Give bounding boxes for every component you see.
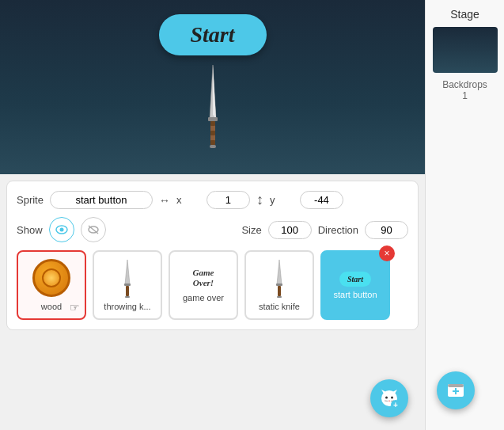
throwing-knife-icon — [120, 259, 135, 299]
y-arrow-icon: ↕ — [256, 192, 263, 208]
svg-rect-6 — [210, 140, 215, 145]
eye-icon — [55, 225, 68, 234]
svg-rect-17 — [276, 283, 282, 286]
svg-marker-12 — [125, 260, 130, 284]
static-knife-icon — [272, 259, 286, 299]
show-hidden-button[interactable] — [81, 217, 106, 242]
sprite-item-gameover[interactable]: GameOver! game over — [169, 250, 238, 320]
start-button-sprite: Start — [158, 14, 266, 55]
knife-svg — [203, 63, 222, 150]
svg-line-26 — [385, 401, 388, 401]
start-button-text: Start — [190, 22, 234, 47]
sprite-item-throwing-label: throwing k... — [104, 302, 150, 311]
x-label: x — [176, 194, 200, 206]
svg-rect-15 — [125, 296, 130, 298]
cat-plus-icon: + — [378, 387, 400, 409]
svg-rect-31 — [448, 384, 464, 387]
left-panel: Start — [0, 0, 425, 430]
show-row: Show Size — [17, 217, 408, 242]
svg-point-24 — [391, 397, 393, 399]
add-sprite-button[interactable]: + — [370, 379, 408, 417]
sprite-item-gameover-label: game over — [183, 293, 224, 303]
y-label: y — [270, 194, 294, 206]
svg-marker-16 — [277, 260, 282, 284]
backdrops-label: Backdrops — [442, 79, 487, 90]
svg-point-9 — [59, 228, 63, 232]
start-btn-preview: Start — [339, 272, 371, 287]
size-label: Size — [241, 224, 261, 236]
sprite-item-wood-label: wood — [41, 302, 62, 311]
sprite-item-startbutton-label: start button — [333, 290, 377, 299]
sprite-row: Sprite ↔ x ↕ y — [17, 191, 408, 209]
sprite-item-startbutton[interactable]: × Start start button — [320, 250, 390, 320]
svg-rect-19 — [277, 296, 282, 298]
properties-panel: Sprite ↔ x ↕ y Show — [6, 181, 419, 330]
right-panel: Stage Backdrops 1 — [425, 0, 504, 430]
svg-rect-4 — [210, 121, 215, 126]
sprite-item-staticknife[interactable]: static knife — [244, 250, 314, 320]
stage-label: Stage — [450, 8, 479, 21]
eye-slash-icon — [87, 224, 100, 235]
x-arrows: ↔ — [159, 194, 170, 207]
delete-startbutton-button[interactable]: × — [379, 245, 395, 261]
svg-point-23 — [385, 397, 388, 399]
svg-rect-18 — [278, 286, 281, 296]
size-input[interactable] — [268, 221, 312, 239]
stage-preview[interactable] — [433, 27, 498, 73]
svg-rect-14 — [126, 286, 129, 296]
main-container: Start — [0, 0, 504, 430]
svg-rect-5 — [210, 131, 215, 135]
sprite-list: wood ☞ throwing k... GameOver — [17, 250, 408, 320]
sprite-name-input[interactable] — [50, 191, 153, 209]
x-input[interactable] — [207, 191, 250, 209]
sprite-item-throwing[interactable]: throwing k... — [93, 250, 162, 320]
backdrop-plus-icon — [445, 379, 467, 401]
backdrops-count: 1 — [462, 90, 468, 101]
svg-rect-7 — [210, 145, 216, 148]
stage-canvas: Start — [0, 0, 425, 174]
sprite-item-staticknife-label: static knife — [259, 302, 300, 311]
cursor-icon: ☞ — [70, 301, 80, 314]
direction-label: Direction — [318, 224, 358, 236]
y-input[interactable] — [300, 191, 343, 209]
sprite-item-wood[interactable]: wood ☞ — [17, 250, 86, 320]
show-label: Show — [17, 224, 43, 236]
svg-text:+: + — [393, 401, 398, 409]
add-backdrop-button[interactable] — [437, 371, 475, 409]
wood-icon — [32, 259, 70, 297]
show-visible-button[interactable] — [49, 217, 74, 242]
svg-rect-2 — [208, 117, 218, 121]
knife-sprite — [203, 63, 222, 154]
game-over-icon: GameOver! — [193, 268, 214, 288]
svg-rect-13 — [124, 283, 131, 286]
direction-input[interactable] — [365, 221, 408, 239]
sprite-label: Sprite — [17, 194, 44, 206]
